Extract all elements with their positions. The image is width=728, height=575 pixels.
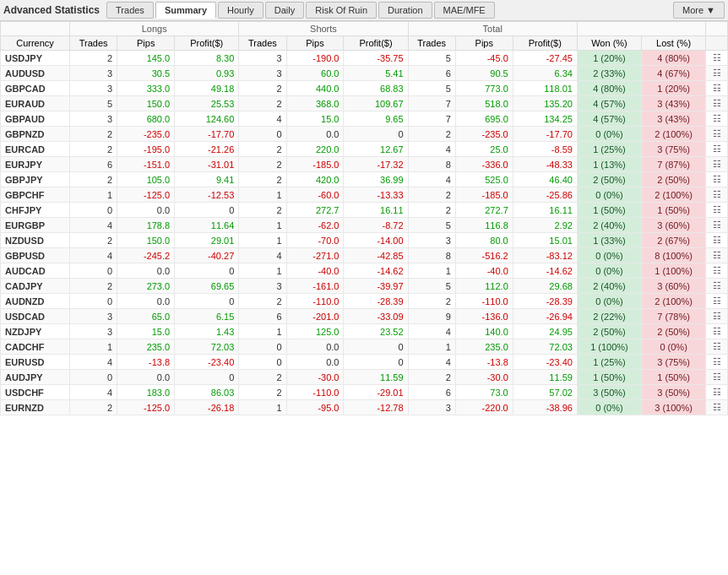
cell-chart-icon[interactable]: ☷ (706, 127, 728, 142)
cell-s-profit: -12.78 (344, 400, 408, 415)
cell-l-trades: 4 (70, 218, 117, 233)
tab-trades[interactable]: Trades (106, 2, 154, 19)
cell-s-profit: 5.41 (344, 66, 408, 81)
cell-s-trades: 2 (239, 157, 286, 172)
cell-chart-icon[interactable]: ☷ (706, 385, 728, 400)
th-won: Won (%) (577, 36, 641, 51)
cell-t-trades: 4 (408, 355, 455, 370)
cell-s-trades: 3 (239, 66, 286, 81)
cell-l-profit: 49.18 (175, 81, 239, 96)
tab-risk-of-ruin[interactable]: Risk Of Ruin (306, 2, 377, 19)
cell-won: 1 (50%) (577, 370, 641, 385)
table-row: CADCHF1235.072.0300.001235.072.031 (100%… (1, 339, 728, 355)
cell-s-trades: 3 (239, 279, 286, 294)
table-body: USDJPY2145.08.303-190.0-35.755-45.0-27.4… (1, 51, 728, 415)
cell-chart-icon[interactable]: ☷ (706, 187, 728, 203)
cell-chart-icon[interactable]: ☷ (706, 111, 728, 127)
cell-l-profit: 0 (175, 263, 239, 279)
cell-s-profit: -33.09 (344, 309, 408, 324)
th-currency: Currency (1, 36, 70, 51)
cell-l-trades: 3 (70, 111, 117, 127)
cell-chart-icon[interactable]: ☷ (706, 142, 728, 157)
cell-l-pips: -125.0 (117, 187, 175, 203)
cell-chart-icon[interactable]: ☷ (706, 233, 728, 248)
cell-t-trades: 5 (408, 51, 455, 66)
cell-s-pips: -201.0 (286, 309, 344, 324)
cell-currency: GBPNZD (1, 127, 70, 142)
cell-chart-icon[interactable]: ☷ (706, 309, 728, 324)
cell-s-trades: 1 (239, 218, 286, 233)
cell-t-pips: 518.0 (455, 96, 513, 111)
cell-t-trades: 4 (408, 142, 455, 157)
cell-l-pips: 183.0 (117, 385, 175, 400)
cell-s-trades: 2 (239, 385, 286, 400)
cell-l-pips: -195.0 (117, 142, 175, 157)
tab-daily[interactable]: Daily (265, 2, 304, 19)
cell-currency: GBPCAD (1, 81, 70, 96)
cell-l-pips: 178.8 (117, 218, 175, 233)
cell-lost: 1 (50%) (642, 370, 706, 385)
th-l-trades: Trades (70, 36, 117, 51)
cell-s-profit: 0 (344, 339, 408, 355)
cell-chart-icon[interactable]: ☷ (706, 279, 728, 294)
cell-t-profit: 11.59 (513, 370, 577, 385)
cell-s-pips: -62.0 (286, 218, 344, 233)
cell-s-profit: 12.67 (344, 142, 408, 157)
cell-t-pips: -185.0 (455, 187, 513, 203)
cell-t-profit: -25.86 (513, 187, 577, 203)
cell-t-pips: 112.0 (455, 279, 513, 294)
cell-s-pips: 60.0 (286, 66, 344, 81)
tab-duration[interactable]: Duration (378, 2, 432, 19)
cell-t-pips: -235.0 (455, 127, 513, 142)
cell-chart-icon[interactable]: ☷ (706, 248, 728, 263)
cell-chart-icon[interactable]: ☷ (706, 172, 728, 187)
cell-l-trades: 2 (70, 51, 117, 66)
page-title: Advanced Statistics (3, 4, 100, 16)
cell-l-trades: 2 (70, 233, 117, 248)
cell-t-trades: 2 (408, 294, 455, 309)
cell-chart-icon[interactable]: ☷ (706, 203, 728, 218)
cell-chart-icon[interactable]: ☷ (706, 157, 728, 172)
cell-l-trades: 1 (70, 187, 117, 203)
cell-lost: 7 (87%) (642, 157, 706, 172)
cell-chart-icon[interactable]: ☷ (706, 66, 728, 81)
cell-lost: 3 (60%) (642, 218, 706, 233)
cell-chart-icon[interactable]: ☷ (706, 218, 728, 233)
cell-chart-icon[interactable]: ☷ (706, 81, 728, 96)
cell-t-trades: 6 (408, 66, 455, 81)
cell-s-pips: 0.0 (286, 127, 344, 142)
cell-s-profit: -14.62 (344, 263, 408, 279)
th-s-trades: Trades (239, 36, 286, 51)
cell-chart-icon[interactable]: ☷ (706, 96, 728, 111)
cell-l-profit: -17.70 (175, 127, 239, 142)
col-currency-header (1, 22, 70, 36)
cell-l-profit: -21.26 (175, 142, 239, 157)
cell-chart-icon[interactable]: ☷ (706, 324, 728, 339)
cell-t-pips: 90.5 (455, 66, 513, 81)
tab-hourly[interactable]: Hourly (218, 2, 263, 19)
cell-chart-icon[interactable]: ☷ (706, 339, 728, 355)
cell-chart-icon[interactable]: ☷ (706, 294, 728, 309)
cell-t-profit: 16.11 (513, 203, 577, 218)
cell-t-trades: 4 (408, 172, 455, 187)
cell-s-profit: -39.97 (344, 279, 408, 294)
more-button[interactable]: More ▼ (673, 2, 725, 19)
cell-lost: 1 (100%) (642, 263, 706, 279)
cell-l-profit: -31.01 (175, 157, 239, 172)
tab-summary[interactable]: Summary (155, 2, 216, 19)
cell-chart-icon[interactable]: ☷ (706, 51, 728, 66)
cell-chart-icon[interactable]: ☷ (706, 355, 728, 370)
cell-won: 1 (100%) (577, 339, 641, 355)
tab-mae-mfe[interactable]: MAE/MFE (434, 2, 495, 19)
cell-t-trades: 3 (408, 233, 455, 248)
cell-l-trades: 2 (70, 142, 117, 157)
cell-currency: USDCHF (1, 385, 70, 400)
cell-currency: EURGBP (1, 218, 70, 233)
cell-s-profit: -29.01 (344, 385, 408, 400)
table-row: EURNZD2-125.0-26.181-95.0-12.783-220.0-3… (1, 400, 728, 415)
cell-t-trades: 8 (408, 248, 455, 263)
cell-chart-icon[interactable]: ☷ (706, 263, 728, 279)
table-row: GBPCHF1-125.0-12.531-60.0-13.332-185.0-2… (1, 187, 728, 203)
cell-chart-icon[interactable]: ☷ (706, 370, 728, 385)
cell-chart-icon[interactable]: ☷ (706, 400, 728, 415)
